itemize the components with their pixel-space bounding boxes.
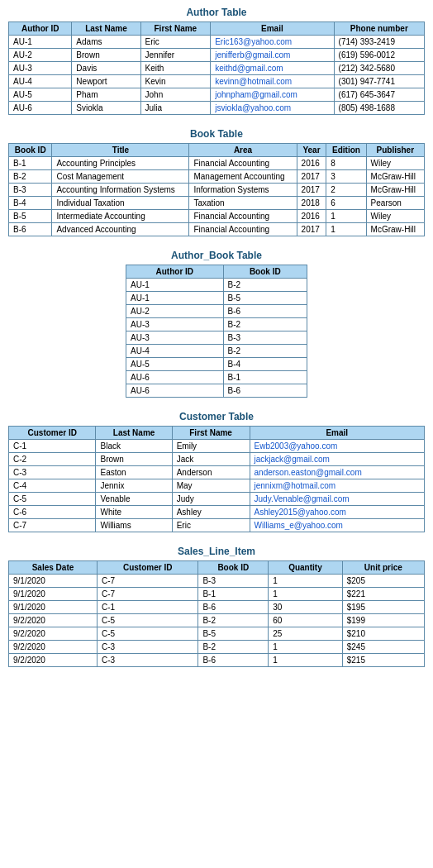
book-table-cell: Advanced Accounting: [52, 223, 189, 236]
author-book-table-cell: AU-5: [126, 358, 224, 371]
author-book-table-cell: B-3: [223, 331, 307, 345]
book-table-cell: Intermediate Accounting: [52, 210, 189, 223]
book-table-cell: Financial Accounting: [189, 210, 297, 223]
sales-table-cell: $199: [342, 614, 424, 627]
customer-table-cell: Easton: [96, 466, 172, 479]
customer-table-title: Customer Table: [8, 411, 425, 422]
author-book-table-row: AU-5B-4: [126, 358, 307, 371]
publisher-header: Publisher: [366, 144, 424, 157]
sales-table-cell: B-1: [198, 588, 269, 601]
customer-table-cell: C-2: [9, 453, 96, 466]
book-table-cell: B-5: [9, 210, 52, 223]
author-table-row: AU-3DavisKeithkeithd@gmail.com(212) 342-…: [9, 62, 425, 75]
cust-last-name-header: Last Name: [96, 427, 172, 440]
sales-table-cell: C-5: [98, 614, 198, 627]
customer-table-row: C-2BrownJackjackjack@gmail.com: [9, 453, 425, 466]
book-table: Book ID Title Area Year Edition Publishe…: [8, 143, 425, 236]
book-table-cell: 2017: [297, 184, 326, 197]
author-table: Author ID Last Name First Name Email Pho…: [8, 21, 425, 115]
book-table-cell: B-6: [9, 223, 52, 236]
author-book-table-cell: AU-4: [126, 345, 224, 358]
customer-table-cell: Anderson: [172, 466, 250, 479]
book-table-cell: Accounting Information Systems: [52, 184, 189, 197]
author-book-table-cell: AU-6: [126, 384, 224, 398]
sales-customer-id-header: Customer ID: [98, 561, 198, 575]
sales-line-item-title: Sales_Line_Item: [8, 546, 425, 557]
author-book-table-cell: AU-1: [126, 279, 224, 292]
book-table-section: Book Table Book ID Title Area Year Editi…: [8, 128, 425, 236]
customer-table-cell: C-4: [9, 479, 96, 493]
customer-table-cell: Venable: [96, 493, 172, 506]
sales-table-row: 9/1/2020C-1B-630$195: [9, 601, 425, 614]
book-table-cell: Taxation: [189, 197, 297, 210]
book-table-cell: 6: [326, 197, 366, 210]
sales-table-cell: B-5: [198, 627, 269, 641]
sales-table-cell: $215: [342, 654, 424, 667]
customer-table-row: C-3EastonAndersonanderson.easton@gmail.c…: [9, 466, 425, 479]
sales-date-header: Sales Date: [9, 561, 98, 575]
author-book-table-cell: B-1: [223, 371, 307, 384]
author-book-table: Author ID Book ID AU-1B-2AU-1B-5AU-2B-6A…: [126, 265, 307, 398]
sales-table-cell: 9/1/2020: [9, 588, 98, 601]
author-table-cell: Jennifer: [140, 49, 211, 62]
author-table-row: AU-5PhamJohnjohnpham@gmail.com(617) 645-…: [9, 88, 425, 102]
book-table-cell: Accounting Principles: [52, 157, 189, 170]
sales-table-cell: C-7: [98, 575, 198, 588]
author-book-table-cell: B-2: [223, 318, 307, 331]
author-book-table-cell: AU-2: [126, 305, 224, 318]
sales-quantity-header: Quantity: [269, 561, 343, 575]
book-table-cell: 2017: [297, 170, 326, 184]
author-table-cell: jsviokla@yahoo.com: [211, 102, 334, 115]
cust-email-header: Email: [250, 427, 424, 440]
author-table-row: AU-2BrownJenniferjenifferb@gmail.com(619…: [9, 49, 425, 62]
author-table-cell: Sviokla: [72, 102, 140, 115]
book-table-cell: B-3: [9, 184, 52, 197]
customer-table-header-row: Customer ID Last Name First Name Email: [9, 427, 425, 440]
customer-table: Customer ID Last Name First Name Email C…: [8, 426, 425, 532]
author-table-cell: Eric: [140, 36, 211, 49]
customer-table-cell: Ashley: [172, 506, 250, 519]
customer-table-cell: jackjack@gmail.com: [250, 453, 424, 466]
edition-header: Edition: [326, 144, 366, 157]
book-table-cell: 2: [326, 184, 366, 197]
sales-table-cell: $205: [342, 575, 424, 588]
book-id-header: Book ID: [9, 144, 52, 157]
book-table-cell: Financial Accounting: [189, 223, 297, 236]
customer-table-cell: Ewb2003@yahoo.com: [250, 440, 424, 453]
book-table-cell: 2018: [297, 197, 326, 210]
customer-table-cell: C-7: [9, 519, 96, 532]
customer-table-row: C-7WilliamsEricWilliams_e@yahoo.com: [9, 519, 425, 532]
sales-table-cell: $221: [342, 588, 424, 601]
author-book-table-row: AU-6B-1: [126, 371, 307, 384]
book-table-row: B-3Accounting Information SystemsInforma…: [9, 184, 425, 197]
book-table-row: B-4Individual TaxationTaxation20186Pears…: [9, 197, 425, 210]
sales-table-cell: B-2: [198, 641, 269, 654]
author-table-cell: (714) 393-2419: [334, 36, 424, 49]
author-book-table-section: Author_Book Table Author ID Book ID AU-1…: [8, 250, 425, 398]
book-table-cell: 2016: [297, 157, 326, 170]
customer-table-cell: Emily: [172, 440, 250, 453]
sales-table-row: 9/2/2020C-3B-21$245: [9, 641, 425, 654]
author-book-table-row: AU-3B-3: [126, 331, 307, 345]
customer-table-cell: C-5: [9, 493, 96, 506]
author-book-header-row: Author ID Book ID: [126, 265, 307, 279]
customer-table-cell: Brown: [96, 453, 172, 466]
author-book-table-row: AU-1B-5: [126, 292, 307, 305]
book-table-cell: Cost Management: [52, 170, 189, 184]
author-book-table-cell: B-5: [223, 292, 307, 305]
sales-table-cell: 30: [269, 601, 343, 614]
author-table-row: AU-4NewportKevinkevinn@hotmail.com(301) …: [9, 75, 425, 88]
sales-table-cell: $245: [342, 641, 424, 654]
author-id-header: Author ID: [9, 22, 72, 36]
author-table-cell: (619) 596-0012: [334, 49, 424, 62]
sales-table-cell: C-3: [98, 641, 198, 654]
customer-table-cell: Jack: [172, 453, 250, 466]
book-table-cell: McGraw-Hill: [366, 223, 424, 236]
book-table-cell: McGraw-Hill: [366, 184, 424, 197]
sales-table-cell: 9/2/2020: [9, 641, 98, 654]
author-book-table-cell: B-4: [223, 358, 307, 371]
author-table-cell: Eric163@yahoo.com: [211, 36, 334, 49]
author-book-table-row: AU-3B-2: [126, 318, 307, 331]
author-table-cell: (301) 947-7741: [334, 75, 424, 88]
author-book-table-row: AU-4B-2: [126, 345, 307, 358]
